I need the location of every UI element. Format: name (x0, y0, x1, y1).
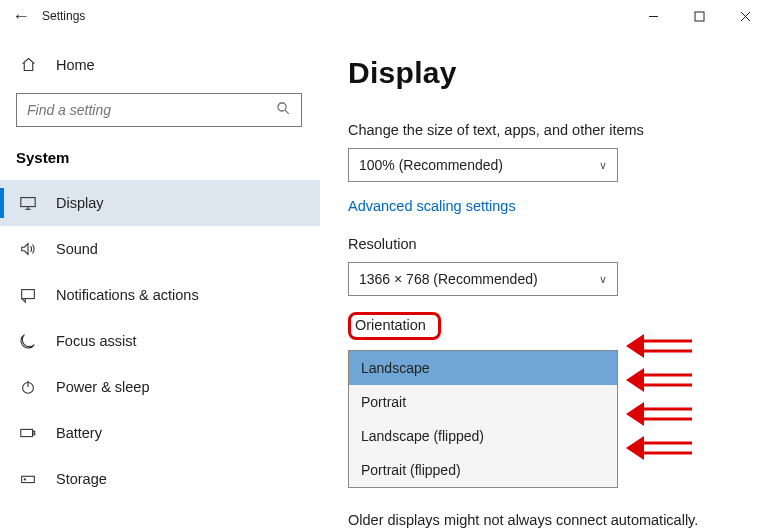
search-input-box[interactable] (16, 93, 302, 127)
sidebar-home-label: Home (56, 57, 95, 73)
sidebar-item-label: Sound (56, 241, 98, 257)
sidebar-item-power-sleep[interactable]: Power & sleep (0, 364, 320, 410)
svg-point-4 (278, 103, 286, 111)
scale-value: 100% (Recommended) (359, 157, 503, 173)
scale-combobox[interactable]: 100% (Recommended) ∨ (348, 148, 618, 182)
sidebar-item-storage[interactable]: Storage (0, 456, 320, 502)
sidebar-item-label: Focus assist (56, 333, 137, 349)
resolution-value: 1366 × 768 (Recommended) (359, 271, 538, 287)
advanced-scaling-link[interactable]: Advanced scaling settings (348, 198, 748, 214)
orientation-option-landscape-flipped[interactable]: Landscape (flipped) (349, 419, 617, 453)
annotation-arrow (622, 331, 696, 361)
home-icon (16, 56, 40, 73)
chevron-down-icon: ∨ (599, 273, 607, 286)
sidebar-item-label: Power & sleep (56, 379, 150, 395)
resolution-label: Resolution (348, 236, 748, 252)
footnote-text: Older displays might not always connect … (348, 510, 708, 530)
sidebar-item-notifications[interactable]: Notifications & actions (0, 272, 320, 318)
sidebar-home[interactable]: Home (0, 50, 320, 79)
sidebar-item-label: Battery (56, 425, 102, 441)
svg-rect-12 (21, 429, 33, 436)
annotation-highlight-orientation: Orientation (348, 312, 441, 340)
annotation-arrow (622, 399, 696, 429)
sidebar-group-header: System (0, 149, 320, 180)
maximize-button[interactable] (676, 0, 722, 32)
svg-line-5 (285, 110, 288, 113)
power-icon (16, 378, 40, 396)
main-panel: Display Change the size of text, apps, a… (320, 32, 768, 530)
annotation-arrow (622, 365, 696, 395)
window-title: Settings (42, 9, 85, 23)
sidebar-item-sound[interactable]: Sound (0, 226, 320, 272)
display-icon (16, 194, 40, 212)
orientation-option-portrait[interactable]: Portrait (349, 385, 617, 419)
sidebar-item-label: Notifications & actions (56, 287, 199, 303)
notifications-icon (16, 286, 40, 304)
svg-rect-1 (695, 12, 704, 21)
sidebar-item-display[interactable]: Display (0, 180, 320, 226)
storage-icon (16, 470, 40, 488)
sidebar-item-label: Storage (56, 471, 107, 487)
sidebar-item-focus-assist[interactable]: Focus assist (0, 318, 320, 364)
search-icon (276, 101, 291, 119)
sidebar-item-battery[interactable]: Battery (0, 410, 320, 456)
minimize-button[interactable] (630, 0, 676, 32)
svg-point-15 (24, 479, 25, 480)
sidebar-item-label: Display (56, 195, 104, 211)
sidebar: Home System Display Sound Notifications … (0, 32, 320, 530)
sound-icon (16, 240, 40, 258)
page-title: Display (348, 56, 748, 90)
orientation-option-landscape[interactable]: Landscape (349, 351, 617, 385)
resolution-combobox[interactable]: 1366 × 768 (Recommended) ∨ (348, 262, 618, 296)
svg-rect-14 (22, 476, 35, 482)
orientation-option-portrait-flipped[interactable]: Portrait (flipped) (349, 453, 617, 487)
svg-rect-6 (21, 198, 35, 207)
focus-assist-icon (16, 332, 40, 350)
battery-icon (16, 424, 40, 442)
annotation-arrow (622, 433, 696, 463)
svg-rect-9 (22, 290, 35, 299)
back-button[interactable]: ← (12, 6, 42, 27)
svg-rect-13 (33, 431, 35, 435)
close-button[interactable] (722, 0, 768, 32)
search-input[interactable] (27, 102, 276, 118)
orientation-label: Orientation (355, 317, 426, 333)
scale-label: Change the size of text, apps, and other… (348, 122, 748, 138)
chevron-down-icon: ∨ (599, 159, 607, 172)
orientation-dropdown-open[interactable]: Landscape Portrait Landscape (flipped) P… (348, 350, 618, 488)
